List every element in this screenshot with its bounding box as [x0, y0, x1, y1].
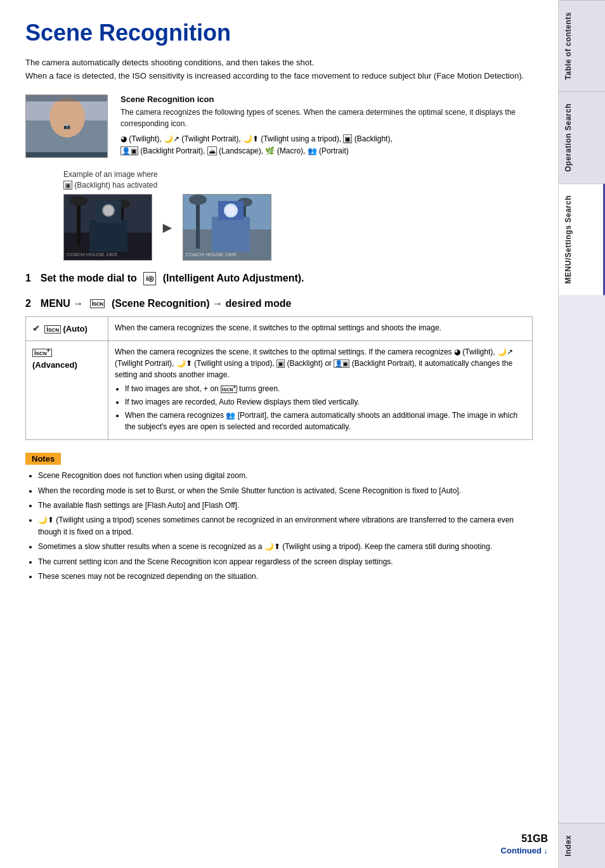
- icon-section: 📷 Scene Recognition icon The camera reco…: [25, 94, 533, 158]
- arrow-icon: ►: [160, 219, 175, 236]
- notes-section: Notes Scene Recognition does not functio…: [25, 453, 533, 583]
- main-content: Scene Recognition The camera automatical…: [0, 0, 558, 868]
- example-images: COACH HOUSE 1905 ►: [63, 194, 533, 261]
- svg-point-24: [226, 205, 236, 216]
- svg-point-18: [189, 195, 207, 205]
- page-title: Scene Recognition: [25, 19, 533, 46]
- icon-list: ◕ (Twilight), 🌙↗ (Twilight Portrait), 🌙⬆…: [120, 133, 533, 157]
- page-number: 51GB: [521, 833, 548, 845]
- intro-text: The camera automatically detects shootin…: [25, 56, 533, 83]
- tab-menu-settings-search[interactable]: MENU/Settings Search: [559, 183, 605, 295]
- svg-rect-3: [26, 95, 108, 101]
- note-1: Scene Recognition does not function when…: [38, 470, 533, 482]
- photo-after: COACH HOUSE 1905: [183, 194, 271, 261]
- bullet-3: When the camera recognizes 👥 [Portrait],…: [125, 410, 526, 432]
- mode-label-advanced: iSCN+ (Advanced): [26, 341, 108, 440]
- mode-label-auto: ✔ iSCN (Auto): [26, 317, 108, 341]
- svg-point-8: [70, 196, 88, 206]
- intelligent-auto-icon: i◎: [143, 272, 156, 285]
- tab-operation-search[interactable]: Operation Search: [559, 91, 605, 183]
- tab-table-of-contents[interactable]: Table of contents: [559, 0, 605, 91]
- notes-list: Scene Recognition does not function when…: [25, 470, 533, 583]
- example-caption: Example of an image where ▣ (Backlight) …: [63, 169, 533, 191]
- table-row-advanced: iSCN+ (Advanced) When the camera recogni…: [26, 341, 533, 440]
- svg-rect-17: [196, 198, 200, 249]
- camera-sample-image: 📷: [25, 94, 108, 158]
- svg-rect-4: [26, 152, 108, 158]
- note-5: Sometimes a slow shutter results when a …: [38, 541, 533, 553]
- page-footer: 51GB Continued ↓: [501, 833, 548, 855]
- note-2: When the recording mode is set to Burst,…: [38, 485, 533, 497]
- note-7: These scenes may not be recognized depen…: [38, 571, 533, 583]
- notes-badge: Notes: [25, 453, 61, 465]
- iscn-menu-icon: iSCN: [90, 299, 105, 308]
- icon-section-title: Scene Recognition icon: [120, 94, 533, 104]
- advanced-bullets: If two images are shot, + on iSCN+ turns…: [115, 383, 526, 432]
- continued-text: Continued ↓: [501, 846, 548, 855]
- tab-index[interactable]: Index: [559, 823, 605, 868]
- checkmark-icon: ✔: [32, 323, 40, 334]
- icon-text-block: Scene Recognition icon The camera recogn…: [120, 94, 533, 158]
- table-row-auto: ✔ iSCN (Auto) When the camera recognizes…: [26, 317, 533, 341]
- note-4: 🌙⬆ (Twilight using a tripod) scenes some…: [38, 514, 533, 538]
- icon-section-desc: The camera recognizes the following type…: [120, 107, 533, 129]
- svg-rect-7: [77, 201, 81, 245]
- photo-before: COACH HOUSE 1905: [63, 194, 152, 261]
- bullet-1: If two images are shot, + on iSCN+ turns…: [125, 383, 526, 394]
- mode-desc-advanced: When the camera recognizes the scene, it…: [108, 341, 533, 440]
- example-section: Example of an image where ▣ (Backlight) …: [63, 169, 533, 261]
- svg-rect-11: [89, 220, 127, 252]
- mode-desc-auto: When the camera recognizes the scene, it…: [108, 317, 533, 341]
- svg-rect-21: [212, 217, 250, 252]
- step-2: 2 MENU → iSCN (Scene Recognition) → desi…: [25, 296, 533, 311]
- mode-table: ✔ iSCN (Auto) When the camera recognizes…: [25, 316, 533, 440]
- right-tabs: Table of contents Operation Search MENU/…: [558, 0, 605, 868]
- bullet-2: If two images are recorded, Auto Review …: [125, 396, 526, 408]
- note-3: The available flash settings are [Flash …: [38, 500, 533, 512]
- tab-spacer: [559, 295, 605, 823]
- svg-point-2: [49, 97, 85, 138]
- svg-point-14: [103, 205, 114, 216]
- step-1: 1 Set the mode dial to i◎ (Intelligent A…: [25, 271, 533, 286]
- page-wrapper: Scene Recognition The camera automatical…: [0, 0, 605, 868]
- note-6: The current setting icon and the Scene R…: [38, 556, 533, 568]
